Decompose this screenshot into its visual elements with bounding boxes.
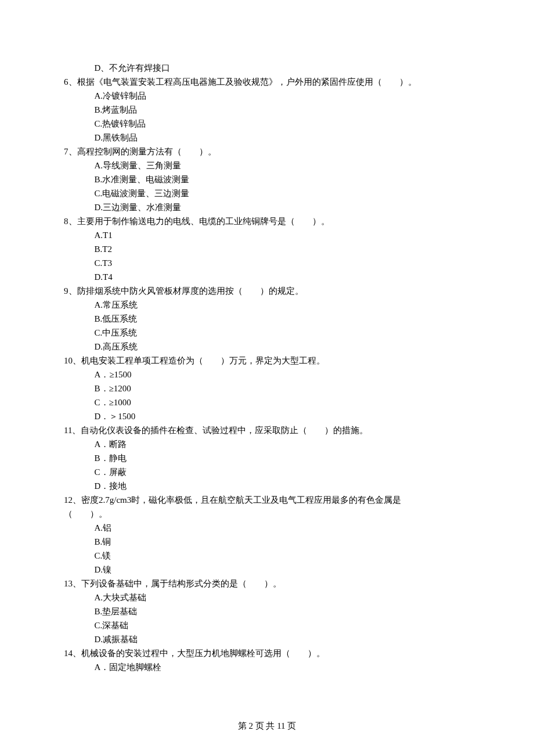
q13-option-b: B.垫层基础 bbox=[64, 604, 470, 618]
q7-option-c: C.电磁波测量、三边测量 bbox=[64, 186, 470, 200]
q10-option-a: A．≥1500 bbox=[64, 368, 470, 381]
q9-option-d: D.高压系统 bbox=[64, 340, 470, 354]
q7-option-d: D.三边测量、水准测量 bbox=[64, 200, 470, 214]
q8-option-b: B.T2 bbox=[64, 242, 470, 256]
q13-option-d: D.减振基础 bbox=[64, 632, 470, 646]
q11-option-c: C．屏蔽 bbox=[64, 465, 470, 479]
page-footer: 第 2 页 共 11 页 bbox=[0, 719, 534, 733]
q12-option-b: B.铜 bbox=[64, 535, 470, 549]
q10-option-b: B．≥1200 bbox=[64, 381, 470, 395]
q12-option-a: A.铝 bbox=[64, 521, 470, 535]
q13-option-c: C.深基础 bbox=[64, 618, 470, 632]
q12-stem-line1: 12、密度2.7g/cm3时，磁化率极低，且在航空航天工业及电气工程应用最多的有… bbox=[64, 493, 470, 507]
q10-option-d: D．＞1500 bbox=[64, 409, 470, 423]
q12-stem-line2: （ ）。 bbox=[64, 507, 470, 521]
q8-stem: 8、主要用于制作输送电力的电线、电缆的工业纯铜牌号是（ ）。 bbox=[64, 214, 470, 228]
q6-stem: 6、根据《电气装置安装工程高压电器施工及验收规范》，户外用的紧固件应使用（ ）。 bbox=[64, 75, 470, 89]
q7-option-b: B.水准测量、电磁波测量 bbox=[64, 172, 470, 186]
q7-stem: 7、高程控制网的测量方法有（ ）。 bbox=[64, 145, 470, 159]
q14-option-a: A．固定地脚螺栓 bbox=[64, 660, 470, 674]
q7-option-a: A.导线测量、三角测量 bbox=[64, 159, 470, 172]
q6-option-b: B.烤蓝制品 bbox=[64, 103, 470, 117]
q10-stem: 10、机电安装工程单项工程造价为（ ）万元，界定为大型工程。 bbox=[64, 354, 470, 368]
q11-option-b: B．静电 bbox=[64, 451, 470, 465]
q11-stem: 11、自动化仪表设备的插件在检查、试验过程中，应采取防止（ ）的措施。 bbox=[64, 423, 470, 437]
q12-option-d: D.镍 bbox=[64, 563, 470, 577]
q5-option-d: D、不允许有焊接口 bbox=[64, 61, 470, 75]
q14-stem: 14、机械设备的安装过程中，大型压力机地脚螺栓可选用（ ）。 bbox=[64, 646, 470, 660]
q10-option-c: C．≥1000 bbox=[64, 395, 470, 409]
q13-stem: 13、下列设备基础中，属于结构形式分类的是（ ）。 bbox=[64, 577, 470, 591]
q12-option-c: C.镁 bbox=[64, 549, 470, 563]
q8-option-d: D.T4 bbox=[64, 270, 470, 284]
q6-option-c: C.热镀锌制品 bbox=[64, 117, 470, 131]
q6-option-a: A.冷镀锌制品 bbox=[64, 89, 470, 103]
q11-option-d: D．接地 bbox=[64, 479, 470, 493]
q11-option-a: A．断路 bbox=[64, 437, 470, 451]
q13-option-a: A.大块式基础 bbox=[64, 591, 470, 604]
q9-option-b: B.低压系统 bbox=[64, 312, 470, 326]
q9-stem: 9、防排烟系统中防火风管板材厚度的选用按（ ）的规定。 bbox=[64, 284, 470, 298]
q8-option-c: C.T3 bbox=[64, 256, 470, 270]
q9-option-a: A.常压系统 bbox=[64, 298, 470, 312]
q9-option-c: C.中压系统 bbox=[64, 326, 470, 340]
q8-option-a: A.T1 bbox=[64, 228, 470, 242]
q6-option-d: D.黑铁制品 bbox=[64, 131, 470, 145]
